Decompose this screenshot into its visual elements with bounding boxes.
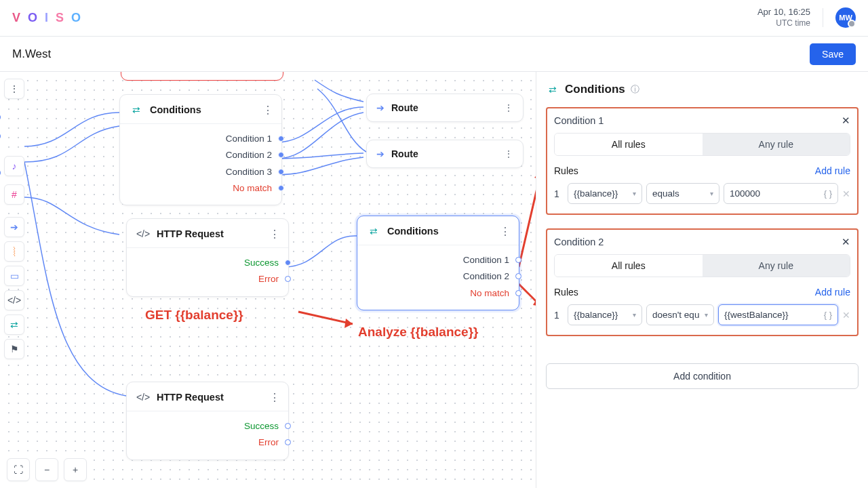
- info-icon[interactable]: ⓘ: [631, 83, 639, 96]
- key-label-4: ey 4: [0, 168, 1, 178]
- flag-icon[interactable]: ⚑: [4, 339, 24, 359]
- add-rule-button[interactable]: Add rule: [815, 287, 850, 298]
- zoom-out-button[interactable]: −: [35, 458, 58, 481]
- page-title: M.West: [12, 47, 51, 61]
- fullscreen-icon[interactable]: ⛶: [7, 458, 30, 481]
- code-icon: </>: [136, 390, 150, 404]
- route-node-1[interactable]: ➔ Route ⋮: [366, 94, 524, 122]
- any-rule-option[interactable]: Any rule: [703, 255, 850, 277]
- output-nomatch: No match: [367, 285, 509, 302]
- output-condition-1: Condition 1: [130, 131, 272, 147]
- annotation-analyze: Analyze {{balance}}: [358, 325, 478, 340]
- route-title: Route: [391, 148, 418, 159]
- conditions-icon: ⇄: [130, 103, 143, 117]
- condition-block-2: Condition 2 ✕ All rules Any rule Rules A…: [546, 228, 859, 336]
- truncated-node[interactable]: [121, 72, 283, 81]
- remove-rule-icon[interactable]: ✕: [842, 188, 850, 199]
- node-title: HTTP Request: [157, 228, 262, 239]
- music-icon[interactable]: ♪: [4, 156, 24, 176]
- output-error: Error: [136, 434, 279, 451]
- variable-select[interactable]: {{balance}}▾: [568, 183, 642, 204]
- code-icon[interactable]: </>: [4, 290, 24, 310]
- rule-match-toggle[interactable]: All rules Any rule: [554, 254, 850, 277]
- more-icon[interactable]: ⋮: [269, 228, 280, 241]
- node-title: Conditions: [150, 104, 256, 115]
- route-title: Route: [391, 102, 418, 113]
- add-condition-button[interactable]: Add condition: [546, 363, 859, 389]
- properties-panel: ⇄ Conditions ⓘ Condition 1 ✕ All rules A…: [536, 72, 868, 488]
- variable-select[interactable]: {{balance}}▾: [568, 304, 642, 325]
- conditions-icon: ⇄: [367, 224, 380, 238]
- more-icon[interactable]: ⋮: [504, 102, 513, 113]
- topbar: VOISO Apr 10, 16:25 UTC time MW: [0, 0, 868, 37]
- output-condition-1: Condition 1: [367, 252, 509, 268]
- output-nomatch: No match: [130, 180, 272, 197]
- chevron-down-icon: ▾: [705, 311, 708, 319]
- http-request-node-2[interactable]: </> HTTP Request ⋮ Success Error: [126, 382, 289, 460]
- arrow-icon: ➔: [376, 148, 384, 159]
- hash-icon[interactable]: #: [4, 184, 24, 205]
- secondbar: M.West Save: [0, 37, 868, 72]
- node-title: Conditions: [387, 226, 493, 237]
- conditions-icon: ⇄: [546, 83, 559, 96]
- panel-title: Conditions: [565, 83, 625, 96]
- key-label-1: ey 1: [0, 113, 1, 122]
- output-condition-2: Condition 2: [367, 268, 509, 285]
- value-input[interactable]: {{westBalance}}{ }: [718, 304, 838, 325]
- chevron-down-icon: ▾: [710, 190, 713, 197]
- rule-match-toggle[interactable]: All rules Any rule: [554, 133, 850, 156]
- condition-block-1: Condition 1 ✕ All rules Any rule Rules A…: [546, 107, 859, 215]
- operator-select[interactable]: doesn't equ▾: [646, 304, 714, 325]
- more-icon[interactable]: ⋮: [269, 391, 280, 404]
- remove-rule-icon[interactable]: ✕: [842, 310, 850, 321]
- avatar[interactable]: MW: [835, 7, 856, 28]
- tool-sidebar: ⋮ ey 1 ey 2 ♪ ey 4 # ➔ ⦚ ▭ </> ⇄ ⚑: [4, 79, 24, 359]
- chevron-down-icon: ▾: [633, 190, 636, 197]
- rule-row: 1 {{balance}}▾ equals▾ 100000{ } ✕: [554, 183, 850, 204]
- output-condition-2: Condition 2: [130, 147, 272, 163]
- more-icon[interactable]: ⋮: [4, 79, 24, 99]
- zoom-in-button[interactable]: +: [64, 458, 87, 481]
- code-icon: </>: [136, 227, 150, 241]
- condition-title: Condition 2: [554, 237, 604, 247]
- output-condition-3: Condition 3: [130, 164, 272, 180]
- message-icon[interactable]: ▭: [4, 266, 24, 286]
- more-icon[interactable]: ⋮: [262, 104, 273, 117]
- close-icon[interactable]: ✕: [842, 237, 850, 247]
- chevron-down-icon: ▾: [633, 311, 636, 319]
- route-node-2[interactable]: ➔ Route ⋮: [366, 140, 524, 168]
- add-rule-button[interactable]: Add rule: [815, 165, 850, 176]
- condition-title: Condition 1: [554, 115, 604, 126]
- broadcast-icon[interactable]: ⦚: [4, 241, 24, 262]
- rules-label: Rules: [554, 165, 578, 176]
- key-label-2: ey 2: [0, 131, 1, 141]
- node-title: HTTP Request: [157, 392, 262, 403]
- arrow-icon[interactable]: ➔: [4, 217, 24, 237]
- value-input[interactable]: 100000{ }: [724, 183, 838, 204]
- canvas[interactable]: ⋮ ey 1 ey 2 ♪ ey 4 # ➔ ⦚ ▭ </> ⇄ ⚑ ⇄ Con…: [0, 72, 536, 488]
- close-icon[interactable]: ✕: [842, 115, 850, 126]
- annotation-get: GET {{balance}}: [145, 308, 243, 323]
- http-request-node[interactable]: </> HTTP Request ⋮ Success Error: [126, 218, 289, 297]
- rule-index: 1: [554, 188, 564, 199]
- rules-label: Rules: [554, 287, 578, 298]
- save-button[interactable]: Save: [810, 43, 856, 65]
- arrow-icon: ➔: [376, 102, 384, 113]
- rule-index: 1: [554, 310, 564, 321]
- canvas-controls: ⛶ − +: [7, 458, 87, 481]
- output-success: Success: [136, 255, 279, 271]
- conditions-tool-icon[interactable]: ⇄: [4, 314, 24, 335]
- datetime: Apr 10, 16:25 UTC time: [757, 7, 810, 28]
- braces-icon[interactable]: { }: [824, 188, 832, 199]
- braces-icon[interactable]: { }: [824, 310, 832, 320]
- all-rules-option[interactable]: All rules: [555, 134, 703, 155]
- logo: VOISO: [12, 11, 85, 25]
- rule-row: 1 {{balance}}▾ doesn't equ▾ {{westBalanc…: [554, 304, 850, 325]
- conditions-node[interactable]: ⇄ Conditions ⋮ Condition 1 Condition 2 C…: [119, 94, 282, 205]
- conditions-node-selected[interactable]: ⇄ Conditions ⋮ Condition 1 Condition 2 N…: [357, 216, 519, 310]
- operator-select[interactable]: equals▾: [646, 183, 719, 204]
- more-icon[interactable]: ⋮: [500, 225, 511, 238]
- any-rule-option[interactable]: Any rule: [703, 134, 850, 155]
- all-rules-option[interactable]: All rules: [555, 255, 703, 277]
- more-icon[interactable]: ⋮: [504, 148, 513, 159]
